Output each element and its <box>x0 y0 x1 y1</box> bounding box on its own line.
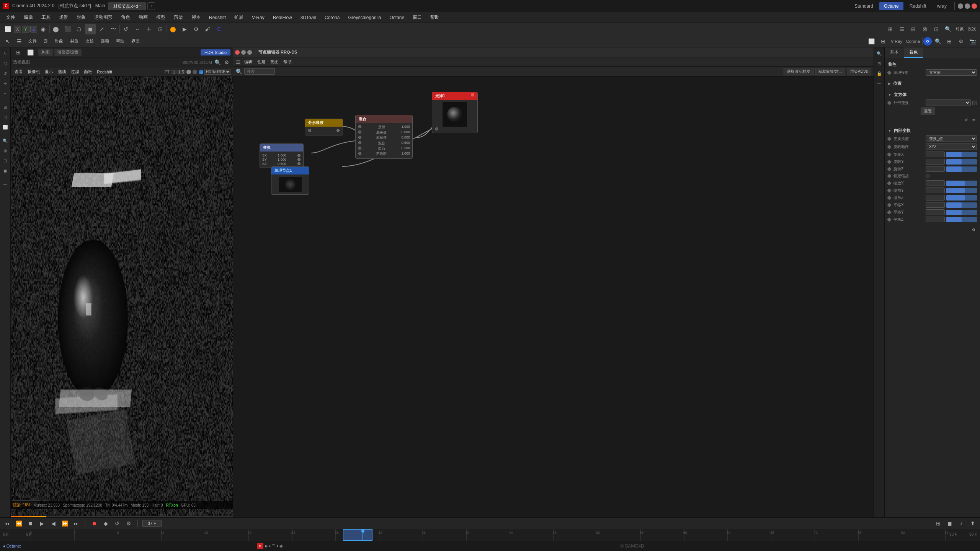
edit-icon-2[interactable]: ✏ <box>971 117 977 123</box>
menu2-obj[interactable]: 云 <box>41 37 51 45</box>
sidebar-s8[interactable]: 🔍 <box>1 136 10 145</box>
node-transform[interactable]: 变换 SX 1.000 SY 1.000 SZ <box>260 143 304 168</box>
shading-header[interactable]: 着色 <box>888 60 977 68</box>
tl-goto-end[interactable]: ⏭ <box>72 519 80 528</box>
ne-btn-tag[interactable]: 获取标签/对... <box>815 68 845 75</box>
vp-menu-redshift[interactable]: Redshift <box>95 69 114 75</box>
menu-objects[interactable]: 对象 <box>73 13 90 22</box>
tool-render-frame[interactable]: ▶ <box>179 24 190 34</box>
menu-character[interactable]: 角色 <box>117 13 134 22</box>
panel-right-5[interactable]: ⊡ <box>931 24 942 34</box>
menu-edit[interactable]: 编辑 <box>20 13 37 22</box>
panel-right-3[interactable]: ⊟ <box>908 24 919 34</box>
tool-render-live[interactable]: ⬤ <box>168 24 178 34</box>
sidebar-s7[interactable]: ⬜ <box>1 122 10 132</box>
tool-bend[interactable]: ↗ <box>96 24 107 34</box>
tool-active-mode[interactable]: ◼ <box>85 24 96 34</box>
far-right-icon-3[interactable]: 🔒 <box>875 69 884 78</box>
tab-basic[interactable]: 基本 <box>885 47 904 58</box>
window-close[interactable] <box>972 3 977 9</box>
position-header[interactable]: ▶ 位置 <box>888 80 977 88</box>
tool-magnet[interactable]: ◉ <box>38 24 49 34</box>
tool-spline[interactable]: 〜 <box>108 24 119 34</box>
tl-next-frame[interactable]: ⏩ <box>60 519 69 528</box>
tab-color[interactable]: 着色 <box>904 47 923 58</box>
node-material[interactable]: 混合 反射 1.000 颜色值 0.000 <box>355 115 413 159</box>
renderer-redshift[interactable]: Redshift <box>905 2 931 10</box>
ext-transform-dropdown[interactable] <box>926 99 971 106</box>
menu-scene[interactable]: 场景 <box>55 13 72 22</box>
far-right-icon-4[interactable]: ✏ <box>875 79 884 88</box>
tl-options[interactable]: ⚙ <box>124 519 133 528</box>
rz-input[interactable]: 0 <box>926 166 945 172</box>
menu2-mat[interactable]: 材质 <box>67 37 82 45</box>
main-tab[interactable]: 材质节点.c4d * <box>108 2 146 10</box>
menu-redshift[interactable]: Redshift <box>205 13 230 22</box>
hdr-dropdown[interactable]: HDR/sRGB <box>204 69 231 75</box>
menu2-sel[interactable]: 比较 <box>82 37 97 45</box>
menu-file[interactable]: 文件 <box>2 13 19 22</box>
menu-help[interactable]: 帮助 <box>426 13 443 22</box>
ne-menu-icon[interactable]: ☰ <box>234 58 242 66</box>
tool-polygon[interactable]: ⬡ <box>74 24 84 34</box>
vp-tool-2[interactable]: ⬜ <box>25 47 36 58</box>
node-texture[interactable]: 纹理节点1 <box>271 166 309 195</box>
new-tab-button[interactable]: + <box>147 2 155 10</box>
menu-realflow[interactable]: RealFlow <box>269 13 296 22</box>
mz-slider[interactable] <box>946 217 977 222</box>
mx-input[interactable]: 0 <box>926 202 945 208</box>
ro-dropdown[interactable]: XYZ <box>926 143 977 150</box>
cube-header[interactable]: ▼ 立方体 <box>888 91 977 99</box>
vp-menu-view[interactable]: 查看 <box>12 68 25 75</box>
sidebar-s2[interactable]: ↺ <box>1 69 10 78</box>
mz-input[interactable]: 0 <box>926 217 945 222</box>
ry-input[interactable]: 0 <box>926 159 945 165</box>
right-icon-2[interactable]: ⊞ <box>944 36 955 47</box>
vp-zoom[interactable]: 🔍 <box>214 59 221 66</box>
sidebar-s3[interactable]: ✛ <box>1 79 10 88</box>
menu-corona[interactable]: Corona <box>321 13 343 22</box>
menu2-help[interactable]: 帮助 <box>113 37 127 45</box>
tl-prev-frame[interactable]: ⏪ <box>15 519 23 528</box>
ne-menu-create[interactable]: 创建 <box>255 58 268 65</box>
right-icon-4[interactable]: 📷 <box>967 36 978 47</box>
rx-input[interactable]: 0 <box>926 152 945 157</box>
menu-mograph[interactable]: 运动图形 <box>90 13 116 22</box>
sz-slider[interactable] <box>946 195 977 201</box>
menu-render[interactable]: 渲染 <box>170 13 187 22</box>
rx-slider[interactable] <box>946 152 977 157</box>
tool-cube-obj[interactable]: ⬛ <box>62 24 73 34</box>
btn-z[interactable]: Z <box>30 26 38 33</box>
window-maximize[interactable] <box>965 3 970 9</box>
node-output[interactable]: 光泽1 <box>432 92 478 133</box>
render-icon-2[interactable]: ⊞ <box>878 36 889 47</box>
menu-vray[interactable]: V-Ray <box>248 13 268 22</box>
far-right-icon-1[interactable]: 🔍 <box>875 49 884 58</box>
menu-tools[interactable]: 工具 <box>38 13 54 22</box>
tool-paint[interactable]: 🖌 <box>202 24 213 34</box>
sx-input[interactable]: 1. <box>926 180 945 186</box>
tl-stop[interactable]: ⏹ <box>26 519 34 528</box>
sidebar-s6[interactable]: ◻ <box>1 112 10 122</box>
ne-search-icon[interactable]: 🔍 <box>235 68 243 75</box>
sidebar-s9[interactable]: ⊠ <box>1 146 10 155</box>
hdr-studio-btn[interactable]: HDR Studio <box>201 49 230 55</box>
menu-extend[interactable]: 扩展 <box>230 13 247 22</box>
menu-animation[interactable]: 动画 <box>135 13 152 22</box>
prop-icon-1[interactable]: ⚙ <box>970 226 977 233</box>
tl-refresh[interactable]: ↺ <box>113 519 121 528</box>
ry-slider[interactable] <box>946 159 977 165</box>
edit-icon-1[interactable]: ↺ <box>963 117 969 123</box>
tool-sphere[interactable]: ⬤ <box>51 24 61 34</box>
sidebar-s1[interactable]: ⬡ <box>1 59 10 68</box>
sidebar-s12[interactable]: ✏ <box>1 180 10 189</box>
right-icon-3[interactable]: ⚙ <box>956 36 966 47</box>
vp-settings[interactable]: ⚙ <box>223 59 230 66</box>
panel-right-2[interactable]: ☰ <box>897 24 907 34</box>
my-input[interactable]: 0 <box>926 209 945 215</box>
tool-settings[interactable]: ⚙ <box>191 24 201 34</box>
tl-keyframe[interactable]: ◆ <box>101 519 110 528</box>
tl-record[interactable]: ⏺ <box>90 519 98 528</box>
sy-input[interactable]: 1. <box>926 187 945 193</box>
ls-checkbox[interactable] <box>926 174 930 178</box>
